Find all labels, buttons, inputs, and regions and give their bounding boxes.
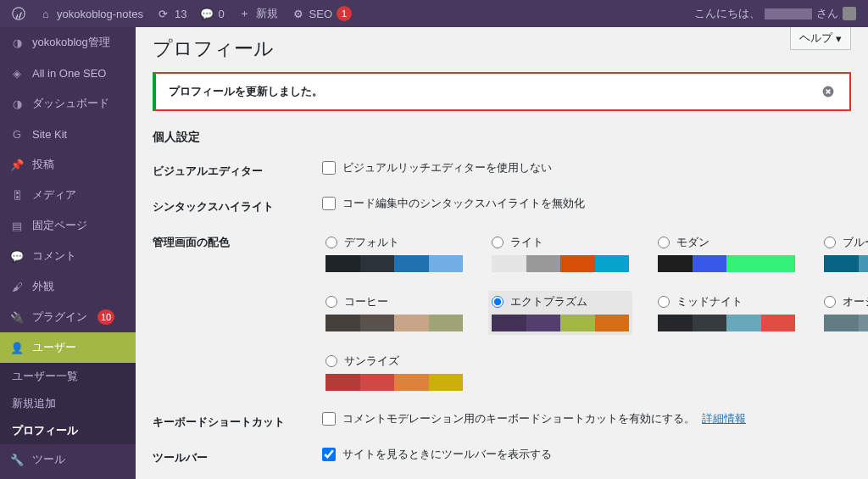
color-radio-3[interactable] xyxy=(824,237,836,248)
color-radio-7[interactable] xyxy=(824,296,836,308)
color-radio-8[interactable] xyxy=(326,355,337,367)
new-label: 新規 xyxy=(256,6,278,21)
color-radio-1[interactable] xyxy=(492,237,504,248)
help-tab[interactable]: ヘルプ▾ xyxy=(790,27,851,50)
updates-link[interactable]: ⟳13 xyxy=(150,0,193,27)
color-radio-4[interactable] xyxy=(326,296,337,308)
color-radio-2[interactable] xyxy=(658,237,670,248)
comment-icon: 💬 xyxy=(8,248,25,265)
toolbar-label: ツールバー xyxy=(153,447,322,465)
user-icon: 👤 xyxy=(8,339,25,356)
sidebar-sub-0[interactable]: ユーザー一覧 xyxy=(0,363,136,390)
notice-text: プロフィールを更新しました。 xyxy=(169,84,323,99)
my-account[interactable]: こんにちは、 さん xyxy=(687,0,863,27)
color-radio-0[interactable] xyxy=(326,237,337,248)
shortcuts-info-link[interactable]: 詳細情報 xyxy=(702,411,746,426)
sidebar-item-7[interactable]: 💬コメント xyxy=(0,241,136,271)
color-scheme-4[interactable]: コーヒー xyxy=(322,291,466,335)
shortcuts-checkbox[interactable] xyxy=(322,412,336,426)
gauge-icon: ◑ xyxy=(8,34,25,51)
page-icon: ▤ xyxy=(8,217,25,234)
section-personal: 個人設定 xyxy=(153,130,851,145)
plus-icon: ＋ xyxy=(238,7,252,20)
updates-count: 13 xyxy=(175,8,186,20)
main-content: ヘルプ▾ プロフィール プロフィールを更新しました。 個人設定 ビジュアルエディ… xyxy=(136,27,868,479)
update-icon: ⟳ xyxy=(157,7,170,20)
wp-logo[interactable] xyxy=(5,0,32,27)
site-name-link[interactable]: ⌂yokokoblog-notes xyxy=(32,0,150,27)
sidebar-item-2[interactable]: ◑ダッシュボード xyxy=(0,88,136,119)
shortcuts-label: キーボードショートカット xyxy=(153,411,322,430)
color-scheme-7[interactable]: オーシャン xyxy=(821,291,868,335)
color-scheme-label: 管理画面の配色 xyxy=(153,231,322,250)
new-content-link[interactable]: ＋新規 xyxy=(231,0,285,27)
color-scheme-3[interactable]: ブルー xyxy=(821,231,868,276)
gear-icon: ⚙ xyxy=(292,7,305,20)
plug-icon: 🔌 xyxy=(8,309,25,326)
greeting-suffix: さん xyxy=(816,6,838,21)
chevron-down-icon: ▾ xyxy=(836,32,842,45)
pin-icon: 📌 xyxy=(8,156,25,173)
sidebar-sub-2[interactable]: プロフィール xyxy=(0,417,136,444)
color-scheme-5[interactable]: エクトプラズム xyxy=(488,291,632,335)
google-icon: G xyxy=(8,125,25,142)
sidebar-item-11[interactable]: 🔧ツール xyxy=(0,444,136,475)
svg-point-0 xyxy=(13,8,25,19)
sidebar-item-3[interactable]: GSite Kit xyxy=(0,119,136,149)
syntax-label: シンタックスハイライト xyxy=(153,196,322,214)
sidebar-item-5[interactable]: 🎛メディア xyxy=(0,180,136,210)
sidebar-item-9[interactable]: 🔌プラグイン10 xyxy=(0,302,136,332)
aioseo-icon: ◈ xyxy=(8,64,25,81)
username-redacted xyxy=(765,8,812,19)
shortcuts-check[interactable]: コメントモデレーション用のキーボードショートカットを有効にする。 詳細情報 xyxy=(322,411,851,426)
media-icon: 🎛 xyxy=(8,187,25,203)
sidebar-item-4[interactable]: 📌投稿 xyxy=(0,149,136,180)
avatar xyxy=(843,7,856,20)
seo-link[interactable]: ⚙SEO1 xyxy=(285,0,359,27)
sidebar-sub-1[interactable]: 新規追加 xyxy=(0,390,136,417)
color-scheme-6[interactable]: ミッドナイト xyxy=(654,291,798,335)
comment-icon: 💬 xyxy=(200,7,214,20)
update-notice: プロフィールを更新しました。 xyxy=(153,72,851,111)
syntax-checkbox[interactable] xyxy=(322,197,336,210)
toolbar-checkbox[interactable] xyxy=(322,448,336,461)
seo-label: SEO xyxy=(309,8,332,20)
sidebar-item-12[interactable]: ◉All-in-One WP Migration xyxy=(0,475,136,479)
sidebar-item-0[interactable]: ◑yokokoblog管理 xyxy=(0,27,136,58)
admin-toolbar: ⌂yokokoblog-notes ⟳13 💬0 ＋新規 ⚙SEO1 こんにちは… xyxy=(0,0,868,27)
visual-editor-label: ビジュアルエディター xyxy=(153,160,322,179)
syntax-check[interactable]: コード編集中のシンタックスハイライトを無効化 xyxy=(322,196,851,211)
color-scheme-2[interactable]: モダン xyxy=(654,231,798,276)
admin-sidebar: ◑yokokoblog管理◈All in One SEO◑ダッシュボードGSit… xyxy=(0,27,136,479)
sidebar-item-6[interactable]: ▤固定ページ xyxy=(0,210,136,241)
color-scheme-8[interactable]: サンライズ xyxy=(322,350,466,394)
sidebar-item-10[interactable]: 👤ユーザー xyxy=(0,332,136,363)
home-icon: ⌂ xyxy=(39,7,53,20)
greeting-prefix: こんにちは、 xyxy=(694,6,760,21)
wordpress-icon xyxy=(12,7,25,20)
visual-editor-checkbox[interactable] xyxy=(322,161,336,175)
color-scheme-grid: デフォルトライトモダンブルーコーヒーエクトプラズムミッドナイトオーシャンサンライ… xyxy=(322,231,868,394)
comments-link[interactable]: 💬0 xyxy=(193,0,231,27)
brush-icon: 🖌 xyxy=(8,278,25,295)
sidebar-item-1[interactable]: ◈All in One SEO xyxy=(0,58,136,88)
color-scheme-1[interactable]: ライト xyxy=(488,231,632,276)
color-radio-5[interactable] xyxy=(492,296,504,308)
page-title: プロフィール xyxy=(153,36,851,62)
gauge-icon: ◑ xyxy=(8,95,25,112)
dismiss-notice-button[interactable] xyxy=(820,83,837,100)
toolbar-check[interactable]: サイトを見るときにツールバーを表示する xyxy=(322,447,851,462)
comments-count: 0 xyxy=(218,8,224,20)
count-badge: 10 xyxy=(97,309,114,325)
site-name: yokokoblog-notes xyxy=(57,8,143,20)
seo-badge: 1 xyxy=(337,6,352,21)
color-radio-6[interactable] xyxy=(658,296,670,308)
sidebar-item-8[interactable]: 🖌外観 xyxy=(0,271,136,302)
wrench-icon: 🔧 xyxy=(8,451,25,468)
color-scheme-0[interactable]: デフォルト xyxy=(322,231,466,276)
visual-editor-check[interactable]: ビジュアルリッチエディターを使用しない xyxy=(322,160,851,175)
